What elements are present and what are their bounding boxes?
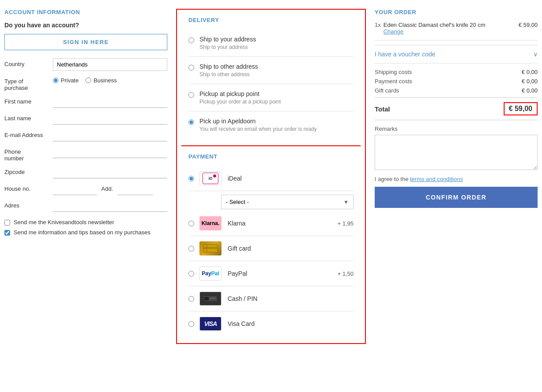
newsletter-checkbox-row[interactable]: Send me the Knivesandtools newsletter	[4, 219, 167, 226]
type-business-label[interactable]: Business	[85, 77, 117, 84]
payment-radio-cash[interactable]	[188, 296, 194, 302]
sign-in-button[interactable]: SIGN IN HERE	[4, 34, 167, 50]
newsletter-label: Send me the Knivesandtools newsletter	[14, 219, 114, 226]
payment-radio-ideal[interactable]	[188, 176, 194, 181]
firstname-label: First name	[4, 96, 53, 105]
houseno-row: House no. Add.	[4, 183, 167, 195]
delivery-section: DELIVERY Ship to your address Ship to yo…	[181, 10, 361, 146]
tips-checkbox[interactable]	[4, 230, 10, 236]
delivery-radio-ship-address[interactable]	[188, 37, 194, 43]
visa-logo: VISA	[199, 317, 221, 331]
ideal-bank-select[interactable]: - Select - ABN AMRO ING Rabobank SNS Ban…	[221, 195, 339, 209]
order-item: 1x Eden Classic Damast chef's knife 20 c…	[375, 22, 538, 35]
remarks-textarea[interactable]	[375, 135, 538, 170]
payment-option-cash[interactable]: Cash / PIN	[188, 286, 354, 311]
delivery-pickup-point-title: Pickup at pickup point	[199, 90, 281, 97]
houseno-label: House no.	[4, 183, 53, 192]
houseno-input[interactable]	[53, 183, 97, 195]
country-select[interactable]: Netherlands	[53, 58, 167, 71]
svg-rect-6	[210, 300, 214, 300]
delivery-option-pickup-apeldoorn[interactable]: Pick up in Apeldoorn You will receive an…	[188, 111, 354, 138]
svg-rect-5	[210, 298, 216, 299]
payment-option-visa[interactable]: VISA Visa Card	[188, 311, 354, 336]
lastname-label: Last name	[4, 112, 53, 122]
account-section-title: ACCOUNT INFORMATION	[4, 9, 167, 15]
newsletter-checkbox[interactable]	[4, 220, 10, 226]
cash-icon	[203, 294, 218, 303]
country-row: Country Netherlands	[4, 58, 167, 71]
payment-klarna-name: Klarna	[228, 220, 337, 227]
payment-paypal-cost: + 1,50	[337, 270, 354, 277]
firstname-row: First name	[4, 96, 167, 108]
email-row: E-mail Address	[4, 129, 167, 141]
payment-ideal-name: iDeal	[228, 175, 354, 182]
payment-section-title: PAYMENT	[188, 153, 354, 160]
paypal-text: PayPal	[202, 270, 219, 277]
phone-row: Phone number	[4, 146, 167, 162]
delivery-option-ship-address[interactable]: Ship to your address Ship to your addres…	[188, 30, 354, 57]
payment-cost-label: Payment costs	[375, 78, 412, 85]
svg-rect-1	[203, 247, 218, 249]
delivery-section-title: DELIVERY	[188, 17, 354, 23]
type-private-radio[interactable]	[53, 78, 59, 83]
type-radio-group: Private Business	[53, 75, 167, 84]
delivery-radio-pickup-apeldoorn[interactable]	[188, 119, 194, 125]
cash-logo	[199, 292, 221, 306]
remarks-label: Remarks	[375, 126, 538, 132]
tips-checkbox-row[interactable]: Send me information and tips based on my…	[4, 229, 167, 236]
voucher-row[interactable]: I have a voucher code ∨	[375, 45, 538, 63]
payment-radio-giftcard[interactable]	[188, 246, 194, 251]
type-label: Type of purchase	[4, 75, 53, 91]
giftcard-logo	[199, 241, 221, 255]
payment-giftcard-name: Gift card	[228, 245, 354, 252]
payment-option-klarna[interactable]: Klarna. Klarna + 1,95	[188, 211, 354, 236]
shipping-cost-label: Shipping costs	[375, 69, 412, 75]
phone-input[interactable]	[53, 146, 167, 158]
terms-link[interactable]: terms and conditions	[410, 176, 463, 182]
phone-label: Phone number	[4, 146, 53, 162]
lastname-input[interactable]	[53, 112, 167, 125]
email-input[interactable]	[53, 129, 167, 141]
confirm-order-button[interactable]: CONFIRM ORDER	[375, 187, 538, 208]
payment-radio-visa[interactable]	[188, 321, 194, 327]
type-business-radio[interactable]	[85, 78, 91, 83]
account-question: Do you have an account?	[4, 22, 167, 29]
select-chevron-icon: ▼	[339, 196, 353, 209]
delivery-pickup-point-sub: Pickup your order at a pickup point	[199, 99, 281, 105]
order-change-link[interactable]: Change	[383, 28, 514, 35]
shipping-cost-row: Shipping costs € 0,00	[375, 69, 538, 75]
add-input[interactable]	[118, 183, 153, 195]
delivery-option-ship-other[interactable]: Ship to other address Ship to other addr…	[188, 57, 354, 84]
delivery-radio-ship-other[interactable]	[188, 65, 194, 70]
order-item-qty: 1x	[375, 22, 381, 28]
zipcode-input[interactable]	[53, 166, 167, 178]
delivery-ship-other-title: Ship to other address	[199, 63, 258, 70]
payment-option-giftcard[interactable]: Gift card	[188, 236, 354, 261]
visa-text: VISA	[204, 320, 217, 327]
payment-visa-name: Visa Card	[228, 320, 354, 327]
order-section-title: YOUR ORDER	[375, 9, 538, 15]
delivery-radio-pickup-point[interactable]	[188, 92, 194, 98]
payment-radio-paypal[interactable]	[188, 271, 194, 277]
payment-option-paypal[interactable]: PayPal PayPal + 1,50	[188, 261, 354, 286]
gift-cards-row: Gift cards € 0,00	[375, 87, 538, 94]
delivery-option-pickup-point[interactable]: Pickup at pickup point Pickup your order…	[188, 84, 354, 111]
total-value: € 59,00	[504, 102, 538, 115]
delivery-ship-other-sub: Ship to other address	[199, 71, 258, 78]
payment-radio-klarna[interactable]	[188, 221, 194, 226]
delivery-ship-address-sub: Ship to your address	[199, 44, 256, 50]
lastname-row: Last name	[4, 112, 167, 125]
type-business-text: Business	[93, 77, 117, 84]
adres-input[interactable]	[53, 200, 167, 212]
delivery-ship-address-title: Ship to your address	[199, 36, 256, 43]
type-private-text: Private	[61, 77, 78, 84]
type-private-label[interactable]: Private	[53, 77, 78, 84]
giftcard-icon	[203, 244, 218, 253]
payment-cash-name: Cash / PIN	[228, 295, 354, 302]
terms-text: I agree to the	[375, 176, 410, 182]
payment-option-ideal[interactable]: iD iDeal	[188, 166, 354, 191]
firstname-input[interactable]	[53, 96, 167, 108]
svg-rect-2	[206, 244, 207, 252]
voucher-text: I have a voucher code	[375, 51, 435, 58]
payment-cost-row: Payment costs € 0,00	[375, 78, 538, 85]
